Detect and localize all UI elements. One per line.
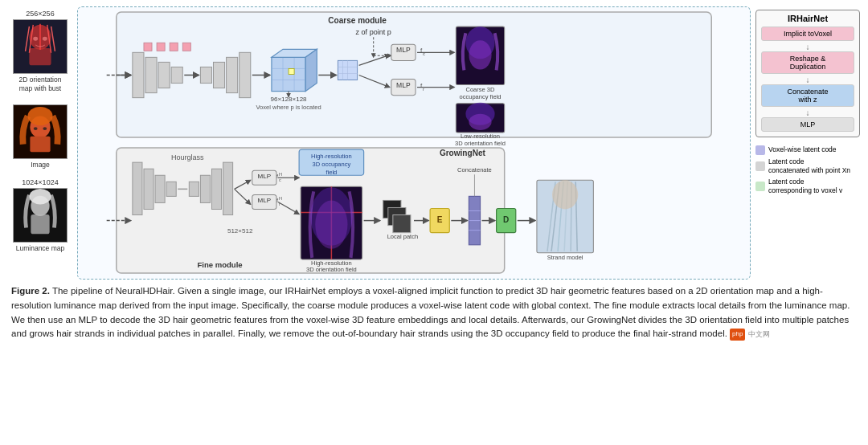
input-luminance: 1024×1024 Luminance map bbox=[13, 178, 68, 252]
svg-rect-2 bbox=[29, 48, 51, 65]
svg-text:MLP: MLP bbox=[396, 46, 411, 54]
dim-1024: 1024×1024 bbox=[22, 178, 58, 186]
svg-rect-32 bbox=[200, 67, 211, 83]
svg-point-8 bbox=[33, 37, 38, 41]
svg-text:Voxel where p is located: Voxel where p is located bbox=[256, 104, 321, 111]
svg-rect-33 bbox=[213, 62, 224, 88]
legend-latent-concat: Latent codeconcatenated with point Xn bbox=[755, 157, 860, 175]
svg-text:c: c bbox=[279, 178, 281, 182]
php-badge: php bbox=[730, 329, 745, 340]
legend-label-latent-concat: Latent codeconcatenated with point Xn bbox=[768, 157, 850, 175]
input-orientation: 256×256 bbox=[13, 10, 68, 93]
dim-256: 256×256 bbox=[26, 10, 54, 18]
svg-text:Strand model: Strand model bbox=[547, 254, 583, 261]
label-image: Image bbox=[31, 161, 50, 169]
svg-rect-83 bbox=[133, 162, 142, 214]
input-image: Image bbox=[13, 104, 68, 169]
legend-arrow-3: ↓ bbox=[761, 108, 854, 117]
svg-rect-26 bbox=[171, 67, 182, 83]
svg-rect-90 bbox=[211, 169, 221, 209]
svg-rect-85 bbox=[155, 175, 165, 202]
legend-step-reshape: Reshape &Duplication bbox=[761, 51, 854, 74]
svg-rect-45 bbox=[289, 68, 294, 74]
legend-color-items: Voxel-wise latent code Latent codeconcat… bbox=[755, 145, 860, 198]
label-luminance: Luminance map bbox=[16, 244, 64, 252]
svg-text:occupancy field: occupancy field bbox=[460, 93, 502, 100]
svg-rect-24 bbox=[145, 57, 157, 92]
legend-label-voxel: Voxel-wise latent code bbox=[768, 145, 837, 154]
svg-text:MLP: MLP bbox=[258, 173, 272, 180]
svg-rect-34 bbox=[227, 57, 238, 92]
svg-text:field: field bbox=[326, 169, 337, 176]
svg-text:512×512: 512×512 bbox=[227, 227, 253, 235]
caption-area: Figure 2. The pipeline of NeuralHDHair. … bbox=[8, 280, 860, 341]
svg-diagram: Coarse module bbox=[81, 10, 747, 276]
svg-text:GrowingNet: GrowingNet bbox=[440, 149, 486, 157]
legend-voxel-latent: Voxel-wise latent code bbox=[755, 145, 860, 155]
svg-text:E: E bbox=[437, 215, 443, 224]
svg-point-115 bbox=[315, 200, 347, 248]
svg-text:D: D bbox=[503, 215, 509, 224]
svg-text:MLP: MLP bbox=[258, 197, 272, 204]
figure-num: Figure 2. bbox=[11, 286, 50, 296]
svg-rect-29 bbox=[170, 43, 178, 51]
svg-marker-44 bbox=[305, 49, 317, 91]
legend-step-concat: Concatenatewith z bbox=[761, 84, 854, 107]
label-orientation: 2D orientationmap with bust bbox=[19, 76, 62, 93]
irhairnet-box: IRHairNet Implicit toVoxel ↓ Reshape &Du… bbox=[755, 10, 860, 137]
svg-rect-23 bbox=[133, 52, 144, 97]
svg-point-9 bbox=[43, 37, 47, 41]
site-label: 中文网 bbox=[748, 330, 770, 338]
svg-text:Coarse module: Coarse module bbox=[328, 16, 387, 25]
legend-step-implicit: Implicit toVoxel bbox=[761, 27, 854, 41]
svg-text:Concatenate: Concatenate bbox=[457, 166, 492, 174]
svg-point-145 bbox=[552, 180, 578, 209]
svg-rect-88 bbox=[189, 182, 199, 196]
svg-text:H: H bbox=[279, 196, 282, 201]
main-container: 256×256 bbox=[0, 0, 868, 445]
svg-rect-30 bbox=[182, 43, 190, 51]
legend-label-latent-voxel: Latent codecorresponding to voxel v bbox=[768, 178, 842, 195]
legend-color-latent-voxel bbox=[755, 182, 765, 191]
legend-step-mlp: MLP bbox=[761, 117, 854, 132]
svg-text:High-resolution: High-resolution bbox=[311, 153, 352, 160]
svg-text:H: H bbox=[279, 172, 282, 177]
right-legend: IRHairNet Implicit toVoxel ↓ Reshape &Du… bbox=[755, 6, 860, 280]
diagram-area: 256×256 bbox=[8, 6, 860, 280]
svg-rect-35 bbox=[240, 52, 251, 97]
svg-rect-12 bbox=[30, 137, 50, 152]
svg-text:Hourglass: Hourglass bbox=[171, 153, 204, 161]
svg-rect-122 bbox=[393, 215, 411, 233]
svg-point-14 bbox=[34, 127, 38, 130]
legend-color-voxel bbox=[755, 145, 765, 155]
svg-rect-27 bbox=[144, 43, 152, 51]
svg-point-15 bbox=[43, 127, 47, 130]
svg-text:3D occupancy: 3D occupancy bbox=[313, 161, 351, 168]
svg-point-72 bbox=[469, 40, 491, 69]
svg-rect-86 bbox=[166, 182, 176, 196]
svg-rect-91 bbox=[223, 162, 233, 214]
svg-text:3D orientation field: 3D orientation field bbox=[455, 140, 506, 147]
svg-rect-28 bbox=[157, 43, 165, 51]
svg-text:Local patch: Local patch bbox=[387, 233, 419, 240]
caption-text: The pipeline of NeuralHDHair. Given a si… bbox=[11, 286, 850, 338]
svg-rect-25 bbox=[158, 62, 170, 88]
legend-color-latent-concat bbox=[755, 161, 765, 171]
svg-point-13 bbox=[27, 107, 52, 125]
svg-rect-18 bbox=[31, 214, 49, 234]
irhairnet-title: IRHairNet bbox=[761, 14, 854, 23]
svg-text:Coarse 3D: Coarse 3D bbox=[466, 86, 496, 93]
center-diagram: Coarse module bbox=[77, 6, 751, 280]
svg-text:3D orientation field: 3D orientation field bbox=[306, 266, 357, 273]
svg-text:MLP: MLP bbox=[396, 81, 411, 89]
svg-point-19 bbox=[29, 189, 51, 204]
legend-arrow-2: ↓ bbox=[761, 76, 854, 84]
legend-arrow-1: ↓ bbox=[761, 43, 854, 51]
svg-text:Low-resolution: Low-resolution bbox=[461, 133, 500, 140]
svg-point-77 bbox=[469, 114, 491, 130]
legend-latent-voxel: Latent codecorresponding to voxel v bbox=[755, 178, 860, 195]
svg-text:z of point p: z of point p bbox=[356, 28, 391, 36]
svg-rect-84 bbox=[144, 169, 154, 209]
left-inputs: 256×256 bbox=[8, 6, 72, 280]
svg-text:Fine module: Fine module bbox=[197, 260, 242, 269]
